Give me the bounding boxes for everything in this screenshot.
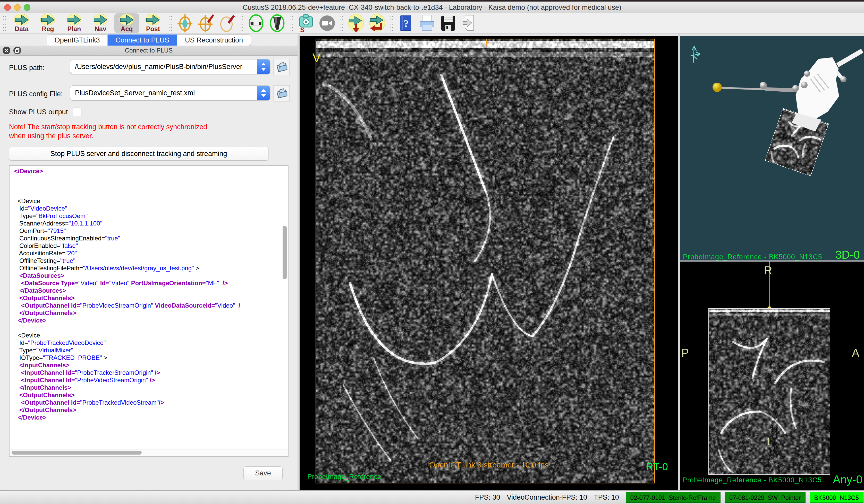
tool-status-badges: 02-077-0191_Sterile-RefFrame07-081-0229_… xyxy=(626,492,863,503)
center-target-icon[interactable] xyxy=(176,14,194,33)
status-bar: FPS: 30 VideoConnection-FPS: 10 TPS: 10 … xyxy=(0,490,864,504)
tracker-device-icon[interactable] xyxy=(247,14,265,33)
probe-3d-scene xyxy=(680,36,864,260)
orientation-label-a: A xyxy=(852,346,859,359)
import-data-icon[interactable] xyxy=(347,14,365,33)
us-image xyxy=(316,39,654,483)
orientation-label-p: P xyxy=(681,346,689,359)
app-window: CustusS 2018.06.25-dev+feature_CX-340-sw… xyxy=(0,0,864,504)
xml-vertical-scrollbar[interactable] xyxy=(283,226,287,279)
svg-text:?: ? xyxy=(404,18,409,29)
plus-config-browse-button[interactable] xyxy=(274,85,290,101)
orientation-label-r: R xyxy=(764,264,772,277)
plus-config-value: PlusDeviceSet_Server_namic_test.xml xyxy=(70,89,257,97)
tab-openigtlink3[interactable]: OpenIGTLink3 xyxy=(47,35,108,46)
toolbar-grip[interactable] xyxy=(3,15,6,32)
right-view-column: ProbeImage_Reference - BK5000_N13C5 3D-0… xyxy=(680,36,864,490)
view-3d[interactable]: ProbeImage_Reference - BK5000_N13C5 3D-0 xyxy=(680,36,864,260)
reference-label: ProbeImage_Reference xyxy=(307,473,381,481)
plus-config-xml-editor[interactable]: </Device> <Device Id="VideoDevice" Type=… xyxy=(9,165,289,457)
sample-target-icon[interactable] xyxy=(197,14,215,33)
show-plus-output-checkbox[interactable] xyxy=(73,108,81,116)
plus-path-value: /Users/olevs/dev/plus_namic/PlusB-bin/bi… xyxy=(70,63,257,71)
plus-path-browse-button[interactable] xyxy=(274,59,290,75)
reference-label: ProbeImage_Reference - BK5000_N13C5 xyxy=(682,476,822,484)
dock-header: Connect to PLUS xyxy=(0,46,298,56)
video-fps-status: VideoConnection-FPS: 10 xyxy=(507,493,587,501)
view-name-label: RT-0 xyxy=(646,461,668,472)
svg-text:S: S xyxy=(300,26,304,33)
workflow-acq-button[interactable]: Acq xyxy=(115,13,139,33)
note-text-line2: when using the plus server. xyxy=(9,132,93,140)
export-doc-icon[interactable] xyxy=(460,14,479,33)
fps-status: FPS: 30 xyxy=(475,493,500,501)
us-image-frame xyxy=(315,39,655,483)
print-icon[interactable] xyxy=(418,14,436,33)
panel-splitter[interactable] xyxy=(298,34,300,490)
tool-badge: BK5000_N13C5 xyxy=(809,492,863,503)
tool-badge: 02-077-0191_Sterile-RefFrame xyxy=(626,492,721,503)
workflow-data-button[interactable]: Data xyxy=(9,13,34,33)
workflow-button-group: DataRegPlanNavAcqPost xyxy=(9,13,165,33)
toolbar-grip[interactable] xyxy=(290,15,293,32)
toolbar-grip[interactable] xyxy=(169,15,172,32)
streamer-status-label: OpenIGTLink 3 streamer - 10.0 fps xyxy=(300,460,678,469)
export-return-icon[interactable] xyxy=(368,14,386,33)
xml-horizontal-scrollbar-track[interactable] xyxy=(10,449,288,456)
help-icon[interactable]: ? xyxy=(397,14,415,33)
stop-plus-server-button[interactable]: Stop PLUS server and disconnect tracking… xyxy=(9,147,268,161)
pointer-tip-sphere xyxy=(712,83,722,92)
tab-connect-to-plus[interactable]: Connect to PLUS xyxy=(108,35,177,46)
title-bar: CustusS 2018.06.25-dev+feature_CX-340-sw… xyxy=(0,2,864,13)
realtime-us-view[interactable]: V OpenIGTLink 3 streamer - 10.0 fps Prob… xyxy=(300,36,678,490)
axis-indicator-icon xyxy=(691,46,700,63)
tool-badge: 07-081-0229_SW_Pointer xyxy=(725,492,805,503)
us-slice-image xyxy=(709,309,830,475)
save-button[interactable]: Save xyxy=(243,466,283,480)
reference-label: ProbeImage_Reference - BK5000_N13C5 xyxy=(683,253,822,260)
plus-config-combobox[interactable]: PlusDeviceSet_Server_namic_test.xml xyxy=(70,85,270,100)
orientation-label-i: I xyxy=(767,436,770,447)
tab-bar: OpenIGTLink3Connect to PLUSUS Reconstruc… xyxy=(0,35,298,46)
workflow-reg-button[interactable]: Reg xyxy=(36,13,60,33)
sample-point-icon[interactable] xyxy=(218,14,237,33)
orientation-label-v: V xyxy=(312,51,321,65)
probe-orientation-tick xyxy=(487,39,488,46)
xml-text: </Device> <Device Id="VideoDevice" Type=… xyxy=(14,167,280,449)
plus-path-combobox[interactable]: /Users/olevs/dev/plus_namic/PlusB-bin/bi… xyxy=(70,59,270,74)
workflow-nav-button[interactable]: Nav xyxy=(88,13,113,33)
xml-horizontal-scrollbar[interactable] xyxy=(12,451,142,455)
workflow-plan-button[interactable]: Plan xyxy=(62,13,86,33)
view-any[interactable]: R P A I ProbeImage_Reference - BK5000_N1… xyxy=(680,261,864,490)
screenshot-icon[interactable]: S xyxy=(297,14,315,33)
connect-to-plus-panel: OpenIGTLink3Connect to PLUSUS Reconstruc… xyxy=(0,34,298,490)
note-text-line1: Note! The start/stop tracking button is … xyxy=(9,123,207,131)
tracker-probe-icon[interactable] xyxy=(268,14,286,33)
show-plus-output-label: Show PLUS output xyxy=(9,108,68,116)
record-video-icon[interactable] xyxy=(318,14,336,33)
view-name-label: Any-0 xyxy=(833,473,862,486)
combobox-arrows-icon[interactable] xyxy=(257,86,270,100)
toolbar-grip[interactable] xyxy=(390,15,393,32)
plus-config-label: PLUS config File: xyxy=(9,90,63,98)
save-icon[interactable] xyxy=(439,14,457,33)
dock-title: Connect to PLUS xyxy=(0,47,298,54)
plus-path-label: PLUS path: xyxy=(9,64,45,72)
tab-us-reconstruction[interactable]: US Reconstruction xyxy=(177,35,251,46)
us-slice-frame xyxy=(708,308,830,475)
workflow-post-button[interactable]: Post xyxy=(141,13,165,33)
window-title: CustusS 2018.06.25-dev+feature_CX-340-sw… xyxy=(0,4,864,12)
tps-status: TPS: 10 xyxy=(594,493,619,501)
toolbar: DataRegPlanNavAcqPost xyxy=(0,13,864,34)
toolbar-grip[interactable] xyxy=(340,15,343,32)
view-name-label: 3D-0 xyxy=(836,248,860,260)
view-splitter[interactable] xyxy=(678,34,680,490)
combobox-arrows-icon[interactable] xyxy=(257,60,270,74)
toolbar-grip[interactable] xyxy=(240,15,243,32)
